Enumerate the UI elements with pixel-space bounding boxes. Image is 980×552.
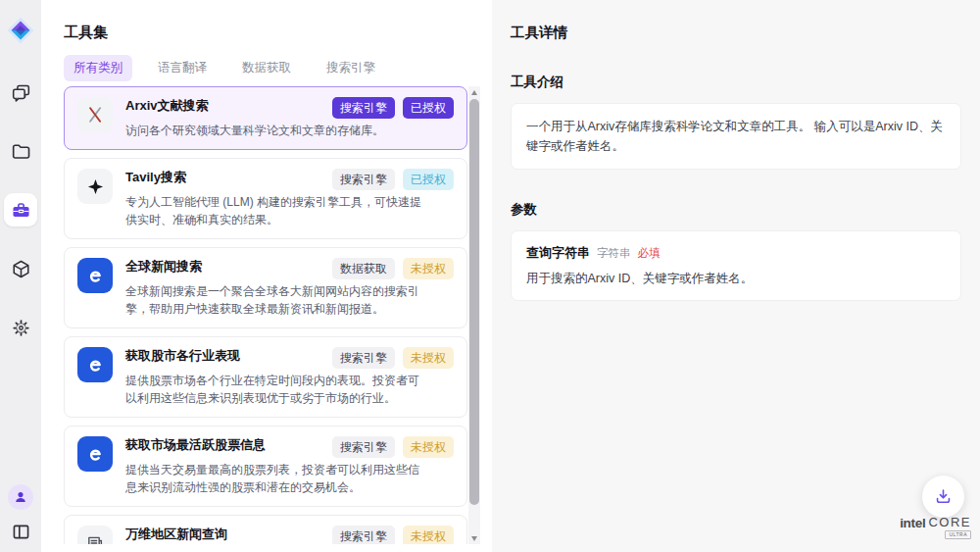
ultra-badge: Ultra bbox=[945, 530, 971, 539]
download-button[interactable] bbox=[922, 476, 964, 518]
tool-badge: 搜索引擎 bbox=[332, 169, 395, 190]
app-logo bbox=[7, 17, 34, 44]
intel-core-logo: intel core Ultra bbox=[900, 516, 971, 539]
scrollbar-thumb[interactable] bbox=[469, 99, 479, 505]
tool-card[interactable]: 万维地区新闻查询 搜索引擎未授权 查询具体行政区划内的新闻，快速了解各地新闻动 bbox=[64, 515, 467, 544]
news-e-icon bbox=[85, 355, 106, 376]
tool-icon bbox=[77, 526, 113, 544]
tool-description: 访问各个研究领域大量科学论文和文章的存储库。 bbox=[125, 122, 421, 139]
tool-name: 万维地区新闻查询 bbox=[125, 526, 227, 542]
tool-badges: 搜索引擎已授权 bbox=[332, 97, 454, 119]
tool-card[interactable]: 获取股市各行业表现 搜索引擎未授权 提供股票市场各个行业在特定时间段内的表现。投… bbox=[64, 336, 467, 418]
tavily-icon bbox=[86, 177, 105, 196]
tab-all-categories[interactable]: 所有类别 bbox=[64, 55, 132, 81]
tool-card[interactable]: Arxiv文献搜索 搜索引擎已授权 访问各个研究领域大量科学论文和文章的存储库。 bbox=[64, 86, 467, 150]
tool-name: 获取市场最活跃股票信息 bbox=[125, 436, 266, 453]
scrollbar[interactable] bbox=[468, 86, 480, 544]
param-type: 字符串 bbox=[597, 246, 631, 261]
tool-icon bbox=[77, 436, 113, 472]
tool-description: 提供股票市场各个行业在特定时间段内的表现。投资者可以利用这些信息来识别表现优于或… bbox=[125, 372, 421, 407]
tool-name: 获取股市各行业表现 bbox=[125, 347, 240, 364]
avatar-icon bbox=[13, 489, 28, 505]
tool-card[interactable]: Tavily搜索 搜索引擎已授权 专为人工智能代理 (LLM) 构建的搜索引擎工… bbox=[64, 158, 467, 239]
panel-toggle-button[interactable] bbox=[8, 519, 33, 544]
tool-detail-panel: 工具详情 工具介绍 一个用于从Arxiv存储库搜索科学论文和文章的工具。 输入可… bbox=[492, 0, 980, 552]
category-tabs: 所有类别 语言翻译 数据获取 搜索引擎 bbox=[64, 55, 385, 81]
sidebar-item-chat[interactable] bbox=[4, 75, 37, 109]
tool-badge: 未授权 bbox=[403, 526, 454, 544]
arxiv-icon bbox=[85, 105, 105, 125]
cube-icon bbox=[11, 259, 31, 279]
intel-wordmark: intel bbox=[900, 516, 925, 530]
toolbox-icon bbox=[11, 200, 31, 221]
scroll-down-icon bbox=[471, 536, 477, 541]
tool-name: Tavily搜索 bbox=[125, 169, 186, 185]
tool-card-body: 获取股市各行业表现 搜索引擎未授权 提供股票市场各个行业在特定时间段内的表现。投… bbox=[125, 347, 454, 407]
chat-icon bbox=[11, 82, 31, 103]
news-e-icon bbox=[85, 444, 106, 465]
sidebar-item-models[interactable] bbox=[4, 252, 37, 285]
tool-badges: 搜索引擎未授权 bbox=[332, 347, 454, 369]
left-rail bbox=[0, 0, 41, 552]
tool-card-body: Tavily搜索 搜索引擎已授权 专为人工智能代理 (LLM) 构建的搜索引擎工… bbox=[125, 169, 454, 228]
param-description: 用于搜索的Arxiv ID、关键字或作者姓名。 bbox=[526, 271, 946, 287]
tool-badge: 未授权 bbox=[403, 436, 454, 458]
tool-description: 专为人工智能代理 (LLM) 构建的搜索引擎工具，可快速提供实时、准确和真实的结… bbox=[125, 193, 421, 228]
user-avatar[interactable] bbox=[8, 484, 33, 510]
tool-card-body: 万维地区新闻查询 搜索引擎未授权 查询具体行政区划内的新闻，快速了解各地新闻动 bbox=[125, 526, 454, 544]
tool-icon bbox=[77, 347, 113, 382]
tool-name: 全球新闻搜索 bbox=[125, 258, 202, 275]
news-e-icon bbox=[85, 266, 106, 286]
panel-toggle-icon bbox=[11, 522, 31, 542]
tool-description: 全球新闻搜索是一个聚合全球各大新闻网站内容的搜索引擎，帮助用户快速获取全球最新资… bbox=[125, 282, 421, 318]
sidebar-item-files[interactable] bbox=[4, 134, 37, 168]
intro-text: 一个用于从Arxiv存储库搜索科学论文和文章的工具。 输入可以是Arxiv ID… bbox=[526, 117, 946, 156]
tool-card[interactable]: 全球新闻搜索 数据获取未授权 全球新闻搜索是一个聚合全球各大新闻网站内容的搜索引… bbox=[64, 247, 467, 328]
page-title: 工具集 bbox=[64, 24, 108, 42]
scroll-up-button[interactable] bbox=[468, 86, 480, 98]
tool-card-body: 获取市场最活跃股票信息 搜索引擎未授权 提供当天交易量最高的股票列表，投资者可以… bbox=[125, 436, 454, 496]
scroll-up-icon bbox=[471, 90, 477, 95]
tool-icon bbox=[77, 258, 113, 293]
tool-badge: 搜索引擎 bbox=[332, 347, 395, 369]
rail-bottom bbox=[0, 484, 41, 544]
tool-badge: 数据获取 bbox=[332, 258, 395, 279]
tool-badge: 已授权 bbox=[403, 97, 454, 119]
tool-badges: 搜索引擎未授权 bbox=[332, 526, 454, 544]
tools-list-panel: 工具集 所有类别 语言翻译 数据获取 搜索引擎 bbox=[41, 0, 492, 552]
newspaper-icon bbox=[85, 533, 105, 544]
tool-badges: 数据获取未授权 bbox=[332, 258, 454, 279]
tools-list: Arxiv文献搜索 搜索引擎已授权 访问各个研究领域大量科学论文和文章的存储库。 bbox=[64, 86, 467, 544]
folder-icon bbox=[11, 141, 31, 162]
intro-box: 一个用于从Arxiv存储库搜索科学论文和文章的工具。 输入可以是Arxiv ID… bbox=[511, 103, 961, 170]
tab-search-engine[interactable]: 搜索引擎 bbox=[317, 55, 385, 81]
rail-nav bbox=[4, 75, 37, 344]
tab-translation[interactable]: 语言翻译 bbox=[148, 55, 217, 81]
param-required-badge: 必填 bbox=[638, 246, 661, 261]
tool-badge: 未授权 bbox=[403, 258, 454, 279]
scroll-down-button[interactable] bbox=[468, 532, 480, 544]
params-heading: 参数 bbox=[511, 201, 961, 219]
tool-card[interactable]: 获取市场最活跃股票信息 搜索引擎未授权 提供当天交易量最高的股票列表，投资者可以… bbox=[64, 426, 467, 507]
tab-data-fetch[interactable]: 数据获取 bbox=[232, 55, 301, 81]
tool-description: 提供当天交易量最高的股票列表，投资者可以利用这些信息来识别流动性强的股票和潜在的… bbox=[125, 461, 421, 496]
tool-badge: 搜索引擎 bbox=[332, 97, 395, 119]
tool-badges: 搜索引擎未授权 bbox=[332, 436, 454, 458]
sidebar-item-tools[interactable] bbox=[4, 193, 37, 226]
tool-card-body: 全球新闻搜索 数据获取未授权 全球新闻搜索是一个聚合全球各大新闻网站内容的搜索引… bbox=[125, 258, 454, 318]
settings-icon bbox=[11, 318, 31, 338]
tool-card-body: Arxiv文献搜索 搜索引擎已授权 访问各个研究领域大量科学论文和文章的存储库。 bbox=[125, 97, 454, 139]
tool-badges: 搜索引擎已授权 bbox=[332, 169, 454, 190]
tool-badge: 搜索引擎 bbox=[332, 526, 395, 544]
intro-heading: 工具介绍 bbox=[511, 74, 961, 91]
param-header: 查询字符串 字符串 必填 bbox=[526, 244, 946, 262]
tool-badge: 已授权 bbox=[403, 169, 454, 190]
core-wordmark: core bbox=[928, 516, 971, 529]
download-icon bbox=[933, 486, 954, 507]
detail-title: 工具详情 bbox=[511, 24, 961, 42]
tool-badge: 搜索引擎 bbox=[332, 436, 395, 458]
tool-badge: 未授权 bbox=[403, 347, 454, 369]
param-name: 查询字符串 bbox=[526, 244, 590, 262]
sidebar-item-settings[interactable] bbox=[4, 311, 37, 344]
tool-icon bbox=[77, 97, 113, 132]
